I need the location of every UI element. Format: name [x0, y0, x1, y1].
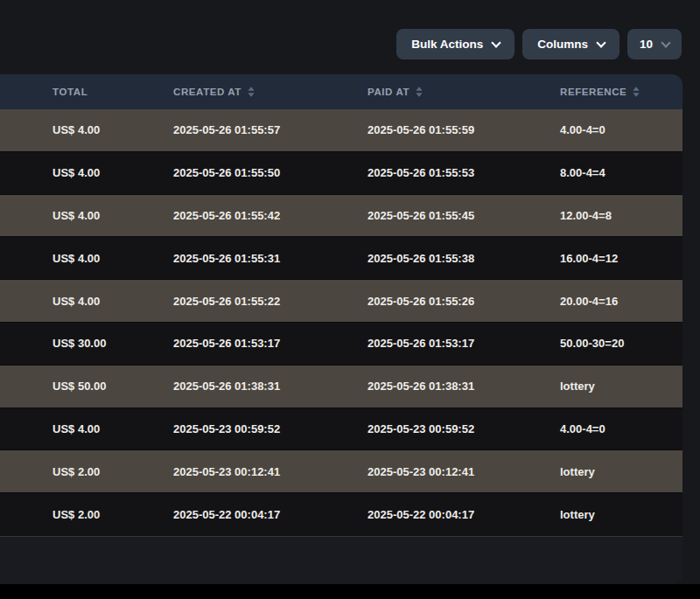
table-row[interactable]: US$ 4.002025-05-26 01:55:222025-05-26 01…: [0, 280, 682, 323]
page-size-value: 10: [640, 38, 653, 51]
cell-paid_at: 2025-05-23 00:12:41: [368, 465, 560, 478]
table-footer: [0, 536, 682, 584]
cell-created_at: 2025-05-23 00:59:52: [173, 422, 368, 435]
cell-paid_at: 2025-05-26 01:55:26: [368, 295, 560, 308]
cell-total: US$ 2.00: [52, 465, 173, 478]
column-header-label: TOTAL: [52, 87, 88, 97]
cell-total: US$ 50.00: [52, 380, 173, 393]
cell-reference: 50.00-30=20: [560, 337, 682, 350]
toolbar: Bulk Actions Columns 10: [0, 0, 700, 74]
page-size-select[interactable]: 10: [627, 29, 682, 59]
cell-created_at: 2025-05-26 01:55:31: [173, 252, 368, 265]
cell-reference: 4.00-4=0: [560, 123, 682, 136]
bulk-actions-label: Bulk Actions: [411, 38, 483, 51]
cell-created_at: 2025-05-26 01:38:31: [173, 380, 368, 393]
cell-total: US$ 30.00: [52, 337, 173, 350]
cell-created_at: 2025-05-26 01:55:42: [173, 209, 368, 222]
sort-icon: [248, 87, 255, 97]
cell-created_at: 2025-05-26 01:55:22: [173, 295, 368, 308]
cell-paid_at: 2025-05-26 01:55:45: [368, 209, 560, 222]
cell-created_at: 2025-05-26 01:55:50: [173, 166, 368, 179]
cell-total: US$ 4.00: [52, 209, 173, 222]
cell-total: US$ 2.00: [52, 508, 173, 521]
cell-reference: 4.00-4=0: [560, 422, 682, 435]
cell-total: US$ 4.00: [52, 123, 173, 136]
column-header-label: REFERENCE: [560, 87, 626, 97]
cell-paid_at: 2025-05-26 01:55:59: [368, 123, 560, 136]
column-header-created_at[interactable]: CREATED AT: [173, 87, 368, 97]
cell-total: US$ 4.00: [52, 422, 173, 435]
cell-created_at: 2025-05-26 01:53:17: [173, 337, 368, 350]
column-header-total: TOTAL: [52, 87, 173, 97]
cell-reference: lottery: [560, 465, 682, 478]
cell-reference: 8.00-4=4: [560, 166, 682, 179]
cell-created_at: 2025-05-26 01:55:57: [173, 123, 368, 136]
cell-total: US$ 4.00: [52, 166, 173, 179]
cell-paid_at: 2025-05-22 00:04:17: [368, 508, 560, 521]
cell-total: US$ 4.00: [52, 295, 173, 308]
cell-total: US$ 4.00: [52, 252, 173, 265]
table-row[interactable]: US$ 30.002025-05-26 01:53:172025-05-26 0…: [0, 323, 682, 366]
chevron-down-icon: [596, 38, 606, 47]
cell-created_at: 2025-05-22 00:04:17: [173, 508, 368, 521]
cell-paid_at: 2025-05-23 00:59:52: [368, 422, 560, 435]
column-header-label: PAID AT: [368, 87, 410, 97]
table-header-row: TOTALCREATED ATPAID ATREFERENCE: [0, 74, 682, 109]
table-row[interactable]: US$ 4.002025-05-23 00:59:522025-05-23 00…: [0, 408, 682, 451]
table-body: US$ 4.002025-05-26 01:55:572025-05-26 01…: [0, 109, 682, 536]
cell-paid_at: 2025-05-26 01:55:53: [368, 166, 560, 179]
sort-icon: [416, 87, 423, 97]
table-row[interactable]: US$ 4.002025-05-26 01:55:312025-05-26 01…: [0, 237, 682, 280]
chevron-down-icon: [661, 38, 670, 47]
column-header-reference[interactable]: REFERENCE: [560, 87, 682, 97]
cell-reference: 16.00-4=12: [560, 252, 682, 265]
columns-label: Columns: [537, 38, 588, 51]
table-row[interactable]: US$ 4.002025-05-26 01:55:572025-05-26 01…: [0, 109, 682, 152]
table-row[interactable]: US$ 2.002025-05-22 00:04:172025-05-22 00…: [0, 493, 682, 536]
cell-reference: 20.00-4=16: [560, 295, 682, 308]
transactions-table: TOTALCREATED ATPAID ATREFERENCE US$ 4.00…: [0, 74, 682, 584]
cell-paid_at: 2025-05-26 01:53:17: [368, 337, 560, 350]
page: Bulk Actions Columns 10 TOTALCREATED ATP…: [0, 0, 700, 584]
cell-reference: lottery: [560, 508, 682, 521]
cell-paid_at: 2025-05-26 01:38:31: [368, 380, 560, 393]
table-row[interactable]: US$ 2.002025-05-23 00:12:412025-05-23 00…: [0, 450, 682, 493]
column-header-label: CREATED AT: [173, 87, 242, 97]
columns-button[interactable]: Columns: [522, 29, 620, 59]
sort-icon: [633, 87, 640, 97]
cell-created_at: 2025-05-23 00:12:41: [173, 465, 368, 478]
bulk-actions-button[interactable]: Bulk Actions: [396, 29, 514, 59]
chevron-down-icon: [492, 38, 501, 47]
table-row[interactable]: US$ 4.002025-05-26 01:55:422025-05-26 01…: [0, 195, 682, 238]
cell-paid_at: 2025-05-26 01:55:38: [368, 252, 560, 265]
column-header-paid_at[interactable]: PAID AT: [368, 87, 560, 97]
table-row[interactable]: US$ 50.002025-05-26 01:38:312025-05-26 0…: [0, 366, 682, 408]
cell-reference: 12.00-4=8: [560, 209, 682, 222]
cell-reference: lottery: [560, 380, 682, 393]
table-row[interactable]: US$ 4.002025-05-26 01:55:502025-05-26 01…: [0, 152, 682, 195]
